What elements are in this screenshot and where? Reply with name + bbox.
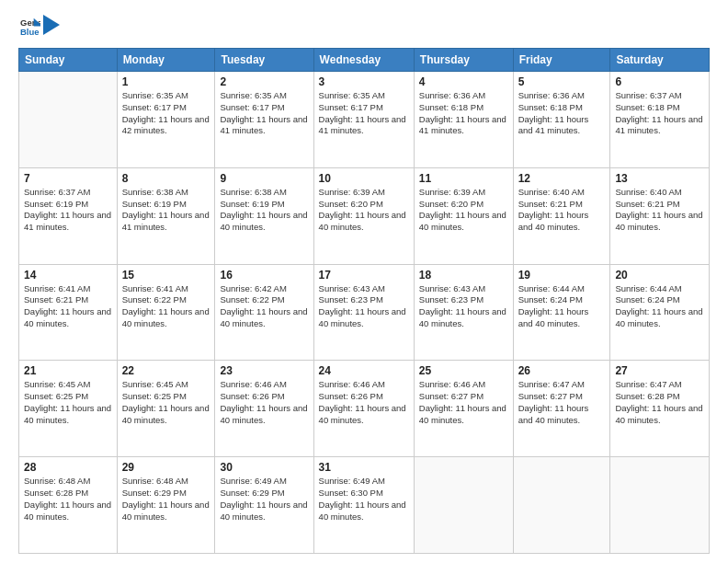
day-number: 10 — [319, 172, 409, 185]
calendar-cell: 13Sunrise: 6:40 AMSunset: 6:21 PMDayligh… — [610, 167, 710, 264]
weekday-header-saturday: Saturday — [610, 49, 710, 72]
day-info: Sunrise: 6:44 AMSunset: 6:24 PMDaylight:… — [518, 283, 606, 330]
calendar-cell: 11Sunrise: 6:39 AMSunset: 6:20 PMDayligh… — [414, 167, 513, 264]
day-info: Sunrise: 6:40 AMSunset: 6:21 PMDaylight:… — [615, 187, 704, 234]
calendar-cell: 16Sunrise: 6:42 AMSunset: 6:22 PMDayligh… — [215, 264, 313, 361]
day-number: 17 — [319, 269, 409, 282]
day-number: 27 — [615, 364, 704, 377]
logo-icon: General Blue — [20, 17, 40, 37]
calendar-week-row: 1Sunrise: 6:35 AMSunset: 6:17 PMDaylight… — [19, 72, 710, 168]
calendar-cell — [19, 72, 118, 168]
weekday-header-thursday: Thursday — [414, 49, 513, 72]
day-number: 13 — [615, 172, 704, 185]
weekday-header-friday: Friday — [513, 49, 610, 72]
calendar-cell — [414, 457, 513, 554]
day-number: 22 — [122, 364, 210, 377]
day-info: Sunrise: 6:38 AMSunset: 6:19 PMDaylight:… — [122, 187, 210, 234]
day-info: Sunrise: 6:36 AMSunset: 6:18 PMDaylight:… — [419, 90, 508, 137]
day-number: 29 — [122, 461, 210, 474]
day-number: 24 — [319, 364, 409, 377]
day-number: 23 — [220, 364, 308, 377]
logo: General Blue — [18, 17, 60, 40]
calendar-week-row: 7Sunrise: 6:37 AMSunset: 6:19 PMDaylight… — [19, 167, 710, 264]
day-info: Sunrise: 6:45 AMSunset: 6:25 PMDaylight:… — [122, 379, 210, 426]
calendar-cell: 1Sunrise: 6:35 AMSunset: 6:17 PMDaylight… — [117, 72, 215, 168]
calendar-cell: 28Sunrise: 6:48 AMSunset: 6:28 PMDayligh… — [19, 457, 118, 554]
calendar-cell: 27Sunrise: 6:47 AMSunset: 6:28 PMDayligh… — [610, 361, 710, 457]
calendar-cell: 29Sunrise: 6:48 AMSunset: 6:29 PMDayligh… — [117, 457, 215, 554]
calendar-cell: 8Sunrise: 6:38 AMSunset: 6:19 PMDaylight… — [117, 167, 215, 264]
calendar-cell: 15Sunrise: 6:41 AMSunset: 6:22 PMDayligh… — [117, 264, 215, 361]
day-number: 3 — [319, 75, 409, 88]
calendar-cell: 14Sunrise: 6:41 AMSunset: 6:21 PMDayligh… — [19, 264, 118, 361]
day-number: 2 — [220, 75, 308, 88]
day-number: 14 — [24, 269, 112, 282]
day-number: 26 — [518, 364, 606, 377]
day-number: 8 — [122, 172, 210, 185]
calendar-cell: 5Sunrise: 6:36 AMSunset: 6:18 PMDaylight… — [513, 72, 610, 168]
svg-text:Blue: Blue — [20, 27, 40, 37]
day-number: 12 — [518, 172, 606, 185]
day-info: Sunrise: 6:42 AMSunset: 6:22 PMDaylight:… — [220, 283, 308, 330]
calendar-week-row: 21Sunrise: 6:45 AMSunset: 6:25 PMDayligh… — [19, 361, 710, 457]
weekday-header-sunday: Sunday — [19, 49, 118, 72]
day-info: Sunrise: 6:35 AMSunset: 6:17 PMDaylight:… — [122, 90, 210, 137]
day-info: Sunrise: 6:46 AMSunset: 6:27 PMDaylight:… — [419, 379, 508, 426]
day-number: 31 — [319, 461, 409, 474]
day-number: 28 — [24, 461, 112, 474]
day-number: 20 — [615, 269, 704, 282]
day-number: 15 — [122, 269, 210, 282]
calendar-cell: 7Sunrise: 6:37 AMSunset: 6:19 PMDaylight… — [19, 167, 118, 264]
day-number: 30 — [220, 461, 308, 474]
day-number: 6 — [615, 75, 704, 88]
day-number: 4 — [419, 75, 508, 88]
calendar-cell: 17Sunrise: 6:43 AMSunset: 6:23 PMDayligh… — [313, 264, 414, 361]
day-info: Sunrise: 6:38 AMSunset: 6:19 PMDaylight:… — [220, 187, 308, 234]
calendar-cell: 23Sunrise: 6:46 AMSunset: 6:26 PMDayligh… — [215, 361, 313, 457]
day-info: Sunrise: 6:35 AMSunset: 6:17 PMDaylight:… — [220, 90, 308, 137]
calendar-cell: 21Sunrise: 6:45 AMSunset: 6:25 PMDayligh… — [19, 361, 118, 457]
day-info: Sunrise: 6:37 AMSunset: 6:19 PMDaylight:… — [24, 187, 112, 234]
page: General Blue SundayMondayTuesdayWe — [0, 0, 728, 563]
day-info: Sunrise: 6:39 AMSunset: 6:20 PMDaylight:… — [319, 187, 409, 234]
day-number: 21 — [24, 364, 112, 377]
calendar-cell: 12Sunrise: 6:40 AMSunset: 6:21 PMDayligh… — [513, 167, 610, 264]
weekday-header-wednesday: Wednesday — [313, 49, 414, 72]
day-info: Sunrise: 6:41 AMSunset: 6:21 PMDaylight:… — [24, 283, 112, 330]
calendar-cell: 6Sunrise: 6:37 AMSunset: 6:18 PMDaylight… — [610, 72, 710, 168]
day-info: Sunrise: 6:37 AMSunset: 6:18 PMDaylight:… — [615, 90, 704, 137]
day-info: Sunrise: 6:49 AMSunset: 6:30 PMDaylight:… — [319, 476, 409, 523]
day-number: 9 — [220, 172, 308, 185]
calendar-cell: 2Sunrise: 6:35 AMSunset: 6:17 PMDaylight… — [215, 72, 313, 168]
day-info: Sunrise: 6:47 AMSunset: 6:27 PMDaylight:… — [518, 379, 606, 426]
calendar-cell: 19Sunrise: 6:44 AMSunset: 6:24 PMDayligh… — [513, 264, 610, 361]
calendar-table: SundayMondayTuesdayWednesdayThursdayFrid… — [18, 48, 710, 554]
day-info: Sunrise: 6:35 AMSunset: 6:17 PMDaylight:… — [319, 90, 409, 137]
day-number: 7 — [24, 172, 112, 185]
day-number: 16 — [220, 269, 308, 282]
calendar-cell — [610, 457, 710, 554]
day-info: Sunrise: 6:40 AMSunset: 6:21 PMDaylight:… — [518, 187, 606, 234]
day-number: 5 — [518, 75, 606, 88]
logo-arrow-icon — [43, 15, 60, 35]
calendar-cell: 10Sunrise: 6:39 AMSunset: 6:20 PMDayligh… — [313, 167, 414, 264]
svg-marker-3 — [43, 15, 60, 35]
day-info: Sunrise: 6:45 AMSunset: 6:25 PMDaylight:… — [24, 379, 112, 426]
calendar-header-row: SundayMondayTuesdayWednesdayThursdayFrid… — [19, 49, 710, 72]
day-info: Sunrise: 6:41 AMSunset: 6:22 PMDaylight:… — [122, 283, 210, 330]
day-info: Sunrise: 6:36 AMSunset: 6:18 PMDaylight:… — [518, 90, 606, 137]
day-number: 11 — [419, 172, 508, 185]
day-info: Sunrise: 6:46 AMSunset: 6:26 PMDaylight:… — [319, 379, 409, 426]
day-info: Sunrise: 6:39 AMSunset: 6:20 PMDaylight:… — [419, 187, 508, 234]
calendar-cell: 9Sunrise: 6:38 AMSunset: 6:19 PMDaylight… — [215, 167, 313, 264]
calendar-cell: 30Sunrise: 6:49 AMSunset: 6:29 PMDayligh… — [215, 457, 313, 554]
calendar-cell — [513, 457, 610, 554]
day-number: 25 — [419, 364, 508, 377]
calendar-cell: 4Sunrise: 6:36 AMSunset: 6:18 PMDaylight… — [414, 72, 513, 168]
calendar-cell: 26Sunrise: 6:47 AMSunset: 6:27 PMDayligh… — [513, 361, 610, 457]
header: General Blue — [18, 17, 710, 40]
weekday-header-monday: Monday — [117, 49, 215, 72]
calendar-cell: 24Sunrise: 6:46 AMSunset: 6:26 PMDayligh… — [313, 361, 414, 457]
day-info: Sunrise: 6:43 AMSunset: 6:23 PMDaylight:… — [419, 283, 508, 330]
day-info: Sunrise: 6:48 AMSunset: 6:28 PMDaylight:… — [24, 476, 112, 523]
